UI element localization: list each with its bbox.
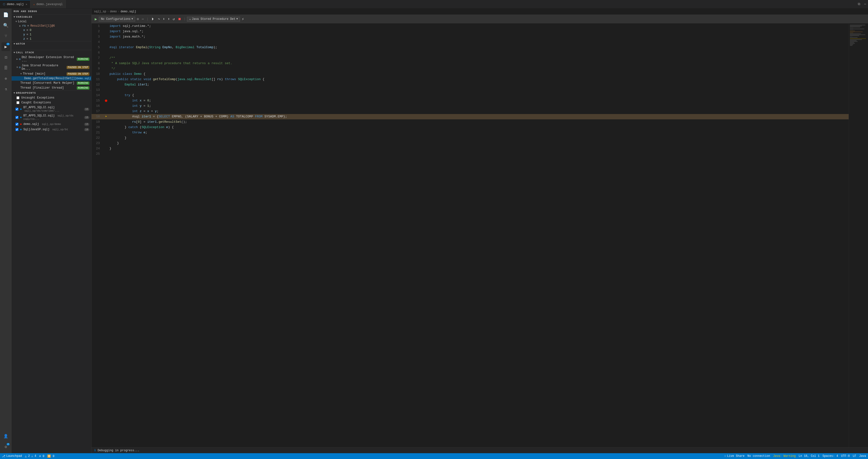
step-over-btn[interactable]: ↷ xyxy=(157,16,161,22)
var-rs[interactable]: ▶ rs = ResultSet[1]@6 xyxy=(18,24,91,28)
code-line-11: 11 public static void getTotalComp(java.… xyxy=(92,77,848,82)
bp-bt-apps-2[interactable]: ● BT_APPS_SQLJ2.sqlj sqlj_sp/ds copy/co.… xyxy=(11,113,91,122)
gear-icon[interactable]: ⚙ xyxy=(135,16,140,22)
cs-db2-icon: ⚙ xyxy=(19,57,21,61)
bp-sqljjavasp-count: 19 xyxy=(84,128,89,131)
more-icon[interactable]: ⋯ xyxy=(141,16,145,22)
bp-demo-sqlj[interactable]: ● demo.sqlj sqlj_sp/demo 15 xyxy=(11,122,91,127)
git-branch[interactable]: ⎇ Launchpad xyxy=(2,454,22,458)
activity-db2-icon[interactable]: 🗄 xyxy=(1,64,10,72)
cs-javasp-label: Java Stored Procedure De... xyxy=(22,64,67,71)
activity-search-icon[interactable]: 🔍 xyxy=(1,21,10,30)
bp-bt-apps-1-checkbox[interactable] xyxy=(16,108,19,111)
activity-test-icon[interactable]: ⚗ xyxy=(1,85,10,94)
code-editor[interactable]: 1 import sqlj.runtime.*; 2 import java.s… xyxy=(92,24,848,447)
var-y-name: y xyxy=(23,33,25,36)
code-line-15: 15 int x = 0; xyxy=(92,98,848,103)
breadcrumb-sqlj-sp[interactable]: sqlj_sp xyxy=(94,10,106,13)
breakpoint-15 xyxy=(105,99,107,102)
breakpoints-header[interactable]: ▼ BREAKPOINTS xyxy=(11,91,91,95)
bp-demo-checkbox[interactable] xyxy=(16,123,19,126)
cs-frame-label: Demo.getTotalComp(ResultSet[]) xyxy=(24,77,76,80)
var-x[interactable]: x = 0 xyxy=(18,28,91,32)
no-configurations-select[interactable]: No Configurations ▼ xyxy=(99,17,135,22)
ln-col[interactable]: Ln 18, Col 1 xyxy=(799,454,819,458)
sp-icon: ☕ xyxy=(189,18,191,21)
bp-sqljjavasp-checkbox[interactable] xyxy=(16,128,19,131)
bp-caught-checkbox[interactable] xyxy=(17,101,20,104)
eol[interactable]: LF xyxy=(853,454,856,458)
branch-icon: ⎇ xyxy=(2,454,5,458)
activity-extensions-icon[interactable]: ⧈ xyxy=(1,53,10,62)
encoding[interactable]: UTF-8 xyxy=(841,454,850,458)
activity-remote-icon[interactable]: ⊕ xyxy=(1,74,10,83)
breakpoints-arrow: ▼ xyxy=(13,92,15,94)
breadcrumb-file[interactable]: demo.sqlj xyxy=(121,10,136,13)
status-right: ↔ Live Share No connection Java: Warning… xyxy=(724,454,866,458)
bp-sqljjavasp-label: SqljJavaSP.sqlj xyxy=(23,128,50,131)
var-z-name: z xyxy=(23,37,25,41)
bp-bt-apps-2-checkbox[interactable] xyxy=(16,116,19,119)
bp-sqljjavasp[interactable]: ● SqljJavaSP.sqlj sqlj_sp/bt 19 xyxy=(11,127,91,132)
bp-dot-2: ● xyxy=(20,116,22,119)
no-connection[interactable]: No connection xyxy=(747,454,770,458)
activity-explore-icon[interactable]: 📄 xyxy=(1,10,10,19)
tab-more-icon[interactable]: ⋯ xyxy=(862,2,868,6)
local-group-header[interactable]: ▼ Local xyxy=(13,20,91,24)
code-line-16: 16 int y = 1; xyxy=(92,103,848,109)
cs-main-label: Thread [main] xyxy=(23,72,45,75)
var-y[interactable]: y = 1 xyxy=(18,32,91,37)
file-icon: ⬡ xyxy=(3,3,5,6)
debug-status: Debugging in progress... xyxy=(98,449,140,452)
code-line-24: 24 } xyxy=(92,146,848,151)
var-y-value: 1 xyxy=(30,33,31,36)
local-label: Local xyxy=(18,20,27,23)
activity-git-icon[interactable]: ⑂ xyxy=(1,32,10,40)
git-sync[interactable]: 🔀 0 xyxy=(47,454,54,458)
cs-thread-javasp[interactable]: ▼ ⚙ Java Stored Procedure De... PAUSED O… xyxy=(11,63,91,71)
tab-demo-javaspsql[interactable]: ☕ demo.javaspsql xyxy=(30,0,66,8)
bp-caught[interactable]: Caught Exceptions xyxy=(11,100,91,105)
cs-frame-file: Demo.sqlj xyxy=(76,77,91,80)
activity-settings-icon[interactable]: ⚙ 2 xyxy=(1,442,10,451)
stop-btn[interactable]: ⏹ xyxy=(177,16,182,22)
sp-label-dropdown[interactable]: ☕ Java Stored Procedure Det ▼ xyxy=(187,17,240,22)
cs-frame-gettotalcomp[interactable]: Demo.getTotalComp(ResultSet[]) Demo.sqlj xyxy=(11,76,91,80)
var-z[interactable]: z = 1 xyxy=(18,37,91,41)
activity-debug-icon[interactable]: ▶ 2 xyxy=(1,42,10,51)
breakpoints-title: BREAKPOINTS xyxy=(16,92,36,94)
tab-demo-sqlj[interactable]: ⬡ demo.sqlj ✕ xyxy=(0,0,30,8)
debug-run-icon[interactable]: ▶ xyxy=(93,16,98,23)
continue-btn[interactable]: ⏵ xyxy=(150,16,156,22)
language[interactable]: Java xyxy=(859,454,866,458)
spaces[interactable]: Spaces: 4 xyxy=(823,454,838,458)
bp-uncaught-checkbox[interactable] xyxy=(17,96,20,99)
cs-javasp-arrow: ▼ xyxy=(17,66,18,69)
activity-account-icon[interactable]: 👤 xyxy=(1,432,10,440)
sync-icon[interactable]: ⊘ 0 xyxy=(39,454,44,458)
call-stack-header[interactable]: ▼ CALL STACK xyxy=(11,50,91,55)
breadcrumb-demo[interactable]: demo xyxy=(110,10,117,13)
variables-header[interactable]: ▼ VARIABLES xyxy=(11,14,91,20)
cs-thread-gc[interactable]: Thread [Concurrent Mark Helper] RUNNING xyxy=(11,80,91,86)
bp-uncaught[interactable]: Uncaught Exceptions xyxy=(11,95,91,100)
liveshare[interactable]: ↔ Live Share xyxy=(724,454,744,458)
java-warning[interactable]: Java: Warning xyxy=(773,454,796,458)
sp-label: Java Stored Procedure Det xyxy=(192,18,236,21)
tab-close-icon[interactable]: ✕ xyxy=(26,3,27,6)
step-into-btn[interactable]: ⬇ xyxy=(161,16,166,22)
cs-db2-badge: RUNNING xyxy=(77,58,89,61)
bp-bt-apps-1[interactable]: ● BT_APPS_SQLJ2.sqlj sqlj_sp/ds/com/ibm/… xyxy=(11,105,91,113)
restart-btn[interactable]: ↺ xyxy=(172,16,176,22)
errors-warnings[interactable]: △ 2 ⚠ 4 xyxy=(25,454,36,458)
watch-header[interactable]: ▼ WATCH xyxy=(11,41,91,46)
liveshare-icon: ↔ xyxy=(724,454,726,458)
sp-dropdown-icon: ▼ xyxy=(237,18,238,20)
lightning-btn[interactable]: ⚡ xyxy=(241,16,245,23)
no-config-label: No Configurations xyxy=(101,18,130,21)
tab-layout-icon[interactable]: ⧉ xyxy=(856,2,862,6)
step-out-btn[interactable]: ⬆ xyxy=(166,16,171,22)
cs-thread-main[interactable]: ▼ Thread [main] PAUSED ON STEP xyxy=(11,71,91,76)
cs-thread-finalizer[interactable]: Thread [Finalizer thread] RUNNING xyxy=(11,86,91,90)
cs-thread-db2[interactable]: ▶ ⚙ Db2 Developer Extension Stored ... R… xyxy=(11,55,91,63)
